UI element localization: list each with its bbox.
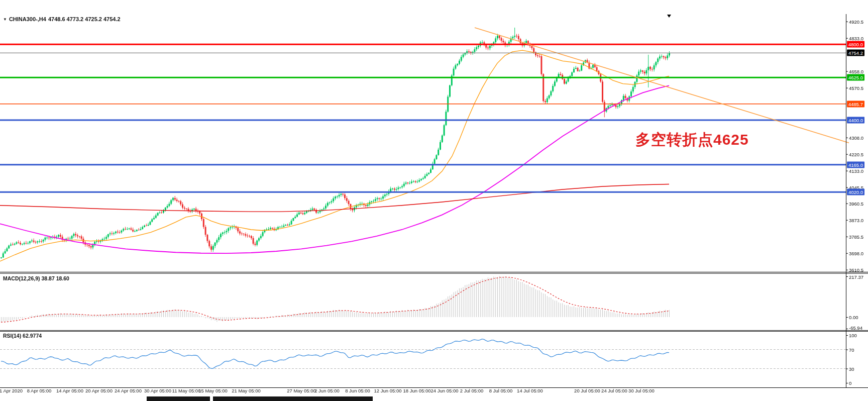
price-level-badge: 4020.0 (847, 189, 864, 195)
quote-ohlc-values: 4748.6 4773.2 4725.2 4754.2 (48, 16, 121, 22)
price-level-badge: 4800.0 (847, 41, 864, 48)
macd-axis-tick: -65.94 (849, 325, 868, 331)
price-axis-tick: 3610.5 (849, 267, 868, 272)
chart-title: ▼ CHINA300-,H4 4748.6 4773.2 4725.2 4754… (3, 16, 121, 22)
date-axis-label: 20 Apr 05:00 (85, 388, 113, 393)
date-axis-label: 14 Jul 05:00 (517, 388, 543, 393)
symbol-period-label: CHINA300-,H4 (9, 16, 46, 22)
rsi-axis-tick: 100 (849, 333, 868, 338)
price-axis-tick: 4833.0 (849, 35, 868, 41)
macd-main-value: 38.87 (41, 275, 54, 281)
date-axis-label: 2 Jul 05:00 (460, 388, 483, 393)
price-axis-tick: 4133.0 (849, 168, 868, 173)
macd-axis-tick: 0.00 (849, 315, 868, 320)
price-axis-tick: 3960.5 (849, 201, 868, 206)
price-axis-tick: 3698.0 (849, 250, 868, 256)
date-axis-label: 1 Apr 2020 (0, 388, 23, 393)
chart-area[interactable] (0, 0, 868, 401)
rsi-axis-tick: 70 (849, 347, 868, 352)
price-level-badge: 4485.7 (847, 101, 864, 107)
price-axis-tick: 3873.0 (849, 217, 868, 223)
date-axis-label: 11 May 05:00 (172, 388, 201, 393)
macd-signal-value: 18.60 (56, 275, 69, 281)
rsi-pane-label: RSI(14) 62.9774 (3, 333, 42, 339)
price-axis-tick: 4220.5 (849, 151, 868, 157)
price-axis-tick: 4570.5 (849, 85, 868, 90)
rsi-axis-tick: 30 (849, 366, 868, 371)
date-axis-label: 24 Jun 05:00 (431, 388, 459, 393)
date-axis-label: 18 Jun 05:00 (403, 388, 431, 393)
date-axis-label: 8 Apr 05:00 (27, 388, 52, 393)
price-axis-tick: 3785.5 (849, 234, 868, 239)
date-axis-label: 24 Apr 05:00 (115, 388, 142, 393)
macd-pane-label: MACD(12,26,9) 38.87 18.60 (3, 275, 69, 281)
taskbar-segment (147, 396, 210, 401)
trading-platform-window: F A T ⇅ ▾ M1M5M15M30H1H4D1W1MN ▼ CHINA30… (0, 0, 868, 401)
rsi-name: RSI(14) (3, 333, 21, 339)
date-axis-label: 20 Jul 05:00 (574, 388, 600, 393)
date-axis-label: 21 May 05:00 (232, 388, 261, 393)
symbol-dropdown-icon[interactable]: ▼ (3, 17, 7, 22)
date-axis-label: 2 Jun 05:00 (314, 388, 340, 393)
price-axis-tick: 4920.5 (849, 19, 868, 24)
price-level-badge: 4400.0 (847, 117, 864, 124)
rsi-value: 62.9774 (23, 333, 42, 339)
taskbar-segment (213, 396, 373, 401)
rsi-axis-tick: 0 (849, 380, 868, 386)
date-axis-label: 30 Apr 05:00 (144, 388, 171, 393)
macd-axis-tick: 217.37 (849, 274, 868, 280)
price-level-badge: 4625.0 (847, 74, 864, 81)
price-axis-tick: 4658.0 (849, 68, 868, 74)
date-axis-label: 15 May 05:00 (198, 388, 228, 393)
chart-text-annotation: 多空转折点4625 (635, 130, 749, 150)
date-axis-label: 24 Jul 05:00 (601, 388, 627, 393)
price-axis-tick: 4308.0 (849, 135, 868, 140)
last-bar-marker-icon (667, 15, 671, 18)
date-axis-label: 27 May 05:00 (287, 388, 316, 393)
date-axis-label: 30 Jul 05:00 (628, 388, 655, 393)
date-axis-label: 12 Jun 05:00 (374, 388, 402, 393)
macd-name: MACD(12,26,9) (3, 275, 40, 281)
price-level-badge: 4754.2 (847, 50, 864, 56)
date-axis-label: 8 Jul 05:00 (489, 388, 512, 393)
date-axis-label: 14 Apr 05:00 (56, 388, 83, 393)
price-level-badge: 4165.0 (847, 161, 864, 168)
date-axis-label: 8 Jun 05:00 (345, 388, 370, 393)
